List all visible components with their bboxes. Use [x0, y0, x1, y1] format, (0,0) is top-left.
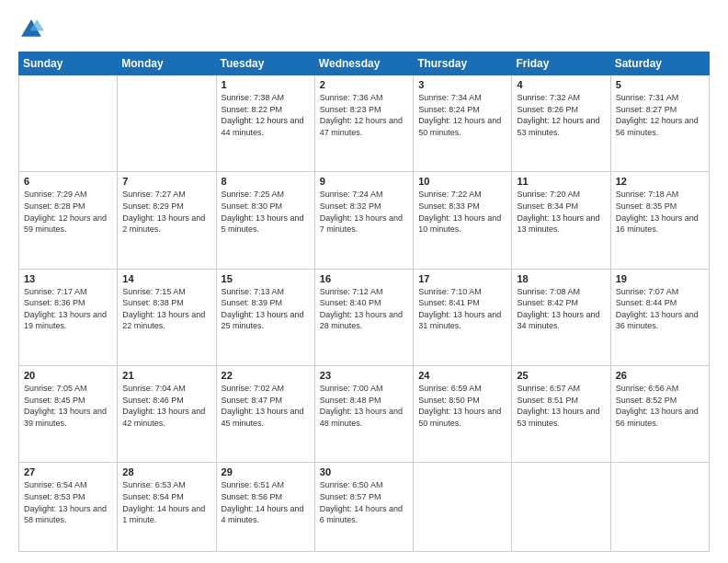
day-info: Sunrise: 7:36 AMSunset: 8:23 PMDaylight:…: [320, 92, 408, 138]
calendar-day-20: 20Sunrise: 7:05 AMSunset: 8:45 PMDayligh…: [19, 366, 118, 463]
calendar-week-2: 6Sunrise: 7:29 AMSunset: 8:28 PMDaylight…: [19, 172, 710, 269]
day-info: Sunrise: 7:38 AMSunset: 8:22 PMDaylight:…: [222, 92, 310, 138]
calendar-day-11: 11Sunrise: 7:20 AMSunset: 8:34 PMDayligh…: [512, 172, 610, 269]
day-info: Sunrise: 7:24 AMSunset: 8:32 PMDaylight:…: [320, 189, 408, 235]
weekday-header-tuesday: Tuesday: [216, 52, 314, 75]
weekday-header-monday: Monday: [118, 52, 216, 75]
day-info: Sunrise: 7:07 AMSunset: 8:44 PMDaylight:…: [616, 286, 704, 332]
day-number: 28: [122, 466, 210, 477]
weekday-header-wednesday: Wednesday: [314, 52, 413, 75]
calendar-day-7: 7Sunrise: 7:27 AMSunset: 8:29 PMDaylight…: [118, 172, 216, 269]
calendar-empty: [512, 463, 610, 552]
day-info: Sunrise: 7:05 AMSunset: 8:45 PMDaylight:…: [24, 383, 112, 429]
calendar-empty: [414, 463, 512, 552]
day-info: Sunrise: 7:12 AMSunset: 8:40 PMDaylight:…: [320, 286, 408, 332]
day-number: 23: [320, 370, 408, 381]
calendar-day-5: 5Sunrise: 7:31 AMSunset: 8:27 PMDaylight…: [610, 75, 709, 172]
day-number: 24: [418, 370, 506, 381]
day-number: 8: [222, 176, 310, 187]
calendar-day-9: 9Sunrise: 7:24 AMSunset: 8:32 PMDaylight…: [314, 172, 413, 269]
weekday-header-row: SundayMondayTuesdayWednesdayThursdayFrid…: [19, 52, 710, 75]
weekday-header-thursday: Thursday: [414, 52, 512, 75]
calendar-day-17: 17Sunrise: 7:10 AMSunset: 8:41 PMDayligh…: [414, 269, 512, 365]
day-info: Sunrise: 7:25 AMSunset: 8:30 PMDaylight:…: [222, 189, 310, 235]
calendar-day-18: 18Sunrise: 7:08 AMSunset: 8:42 PMDayligh…: [512, 269, 610, 365]
day-number: 9: [320, 176, 408, 187]
logo-icon: [18, 17, 44, 42]
day-info: Sunrise: 6:51 AMSunset: 8:56 PMDaylight:…: [222, 479, 310, 525]
calendar-day-22: 22Sunrise: 7:02 AMSunset: 8:47 PMDayligh…: [216, 366, 314, 463]
day-number: 18: [517, 273, 605, 284]
calendar-day-8: 8Sunrise: 7:25 AMSunset: 8:30 PMDaylight…: [216, 172, 314, 269]
calendar-week-1: 1Sunrise: 7:38 AMSunset: 8:22 PMDaylight…: [19, 75, 710, 172]
day-number: 30: [320, 466, 408, 477]
calendar-day-19: 19Sunrise: 7:07 AMSunset: 8:44 PMDayligh…: [610, 269, 709, 365]
day-number: 20: [24, 370, 112, 381]
day-info: Sunrise: 7:15 AMSunset: 8:38 PMDaylight:…: [122, 286, 210, 332]
day-number: 10: [418, 176, 506, 187]
weekday-header-sunday: Sunday: [19, 52, 118, 75]
day-info: Sunrise: 7:13 AMSunset: 8:39 PMDaylight:…: [222, 286, 310, 332]
calendar-day-2: 2Sunrise: 7:36 AMSunset: 8:23 PMDaylight…: [314, 75, 413, 172]
weekday-header-friday: Friday: [512, 52, 610, 75]
day-number: 6: [24, 176, 112, 187]
page: SundayMondayTuesdayWednesdayThursdayFrid…: [0, 0, 728, 563]
day-number: 13: [24, 273, 112, 284]
day-number: 11: [517, 176, 605, 187]
calendar-day-24: 24Sunrise: 6:59 AMSunset: 8:50 PMDayligh…: [414, 366, 512, 463]
day-number: 14: [122, 273, 210, 284]
calendar-day-1: 1Sunrise: 7:38 AMSunset: 8:22 PMDaylight…: [216, 75, 314, 172]
day-info: Sunrise: 6:50 AMSunset: 8:57 PMDaylight:…: [320, 479, 408, 525]
day-info: Sunrise: 6:59 AMSunset: 8:50 PMDaylight:…: [418, 383, 506, 429]
calendar-day-6: 6Sunrise: 7:29 AMSunset: 8:28 PMDaylight…: [19, 172, 118, 269]
day-info: Sunrise: 7:20 AMSunset: 8:34 PMDaylight:…: [517, 189, 605, 235]
calendar-day-16: 16Sunrise: 7:12 AMSunset: 8:40 PMDayligh…: [314, 269, 413, 365]
day-number: 5: [616, 79, 704, 90]
weekday-header-saturday: Saturday: [610, 52, 709, 75]
day-info: Sunrise: 7:08 AMSunset: 8:42 PMDaylight:…: [517, 286, 605, 332]
calendar-day-3: 3Sunrise: 7:34 AMSunset: 8:24 PMDaylight…: [414, 75, 512, 172]
calendar-day-25: 25Sunrise: 6:57 AMSunset: 8:51 PMDayligh…: [512, 366, 610, 463]
calendar-day-29: 29Sunrise: 6:51 AMSunset: 8:56 PMDayligh…: [216, 463, 314, 552]
calendar-day-26: 26Sunrise: 6:56 AMSunset: 8:52 PMDayligh…: [610, 366, 709, 463]
day-number: 27: [24, 466, 112, 477]
day-number: 29: [222, 466, 310, 477]
day-number: 12: [616, 176, 704, 187]
day-number: 17: [418, 273, 506, 284]
day-info: Sunrise: 6:53 AMSunset: 8:54 PMDaylight:…: [122, 479, 210, 525]
calendar-day-28: 28Sunrise: 6:53 AMSunset: 8:54 PMDayligh…: [118, 463, 216, 552]
day-number: 22: [222, 370, 310, 381]
day-info: Sunrise: 7:32 AMSunset: 8:26 PMDaylight:…: [517, 92, 605, 138]
calendar-day-4: 4Sunrise: 7:32 AMSunset: 8:26 PMDaylight…: [512, 75, 610, 172]
calendar-day-27: 27Sunrise: 6:54 AMSunset: 8:53 PMDayligh…: [19, 463, 118, 552]
day-number: 15: [222, 273, 310, 284]
day-number: 1: [222, 79, 310, 90]
calendar-day-15: 15Sunrise: 7:13 AMSunset: 8:39 PMDayligh…: [216, 269, 314, 365]
calendar-table: SundayMondayTuesdayWednesdayThursdayFrid…: [18, 52, 710, 552]
day-info: Sunrise: 6:56 AMSunset: 8:52 PMDaylight:…: [616, 383, 704, 429]
day-info: Sunrise: 7:17 AMSunset: 8:36 PMDaylight:…: [24, 286, 112, 332]
day-number: 4: [517, 79, 605, 90]
day-info: Sunrise: 7:04 AMSunset: 8:46 PMDaylight:…: [122, 383, 210, 429]
calendar-week-4: 20Sunrise: 7:05 AMSunset: 8:45 PMDayligh…: [19, 366, 710, 463]
day-info: Sunrise: 6:54 AMSunset: 8:53 PMDaylight:…: [24, 479, 112, 525]
calendar-week-5: 27Sunrise: 6:54 AMSunset: 8:53 PMDayligh…: [19, 463, 710, 552]
calendar-day-14: 14Sunrise: 7:15 AMSunset: 8:38 PMDayligh…: [118, 269, 216, 365]
day-number: 19: [616, 273, 704, 284]
day-info: Sunrise: 7:02 AMSunset: 8:47 PMDaylight:…: [222, 383, 310, 429]
day-info: Sunrise: 6:57 AMSunset: 8:51 PMDaylight:…: [517, 383, 605, 429]
day-info: Sunrise: 7:22 AMSunset: 8:33 PMDaylight:…: [418, 189, 506, 235]
day-number: 25: [517, 370, 605, 381]
day-info: Sunrise: 7:00 AMSunset: 8:48 PMDaylight:…: [320, 383, 408, 429]
day-info: Sunrise: 7:27 AMSunset: 8:29 PMDaylight:…: [122, 189, 210, 235]
calendar-day-21: 21Sunrise: 7:04 AMSunset: 8:46 PMDayligh…: [118, 366, 216, 463]
day-number: 21: [122, 370, 210, 381]
calendar-day-23: 23Sunrise: 7:00 AMSunset: 8:48 PMDayligh…: [314, 366, 413, 463]
day-number: 16: [320, 273, 408, 284]
calendar-empty: [610, 463, 709, 552]
logo: [18, 17, 48, 42]
day-info: Sunrise: 7:29 AMSunset: 8:28 PMDaylight:…: [24, 189, 112, 235]
calendar-day-10: 10Sunrise: 7:22 AMSunset: 8:33 PMDayligh…: [414, 172, 512, 269]
calendar-day-12: 12Sunrise: 7:18 AMSunset: 8:35 PMDayligh…: [610, 172, 709, 269]
day-number: 2: [320, 79, 408, 90]
